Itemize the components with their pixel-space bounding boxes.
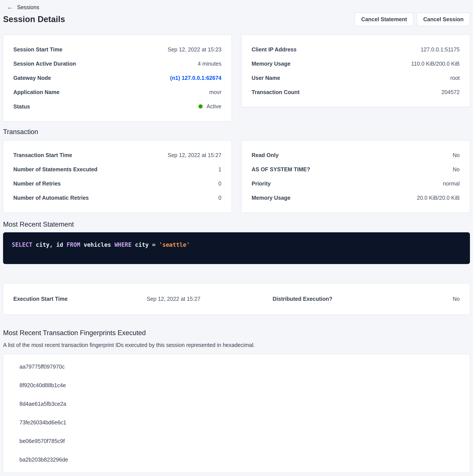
transaction-count-row: Transaction Count 204572 bbox=[252, 85, 460, 99]
back-to-sessions-link[interactable]: ← Sessions bbox=[3, 3, 470, 11]
row-value: Sep 12, 2022 at 15:23 bbox=[168, 46, 221, 53]
status-active-dot-icon bbox=[198, 104, 203, 108]
row-label: Priority bbox=[252, 180, 271, 187]
sql-token: vehicles bbox=[80, 241, 114, 248]
row-value: normal bbox=[443, 180, 460, 187]
transaction-start-time-row: Transaction Start Time Sep 12, 2022 at 1… bbox=[13, 148, 221, 162]
session-summary-card-left: Session Start Time Sep 12, 2022 at 15:23… bbox=[3, 35, 232, 121]
row-label: Client IP Address bbox=[252, 46, 297, 53]
transaction-card-right: Read Only No AS OF SYSTEM TIME? No Prior… bbox=[241, 140, 470, 213]
row-label: Memory Usage bbox=[252, 194, 291, 201]
txn-memory-usage-row: Memory Usage 20.0 KiB/20.0 KiB bbox=[252, 191, 460, 205]
status-row: Status Active bbox=[13, 99, 221, 114]
fingerprint-item: ba2b203b823296de bbox=[3, 450, 470, 469]
row-value: No bbox=[453, 166, 460, 173]
as-of-system-time-row: AS OF SYSTEM TIME? No bbox=[252, 162, 460, 177]
statements-executed-row: Number of Statements Executed 1 bbox=[13, 162, 221, 177]
fingerprint-item: aa79775ff097970c bbox=[3, 357, 470, 376]
row-value: 204572 bbox=[441, 89, 460, 96]
row-label: Session Start Time bbox=[13, 46, 63, 53]
row-value: Sep 12, 2022 at 15:27 bbox=[147, 296, 200, 302]
status-value: Active bbox=[207, 103, 221, 110]
row-label: Number of Statements Executed bbox=[13, 166, 98, 173]
application-name-row: Application Name movr bbox=[13, 85, 221, 99]
page-title: Session Details bbox=[3, 15, 65, 24]
sql-token: 'seattle' bbox=[159, 241, 190, 248]
row-value: No bbox=[453, 152, 460, 159]
transaction-section-title: Transaction bbox=[3, 128, 470, 136]
retries-row: Number of Retries 0 bbox=[13, 177, 221, 191]
distributed-execution-row: Distributed Execution? No bbox=[273, 296, 460, 302]
row-label: Gateway Node bbox=[13, 75, 51, 81]
fingerprint-item: 73fe26034bd6e6c1 bbox=[3, 413, 470, 432]
row-label: Session Active Duration bbox=[13, 60, 76, 67]
execution-card: Execution Start Time Sep 12, 2022 at 15:… bbox=[3, 283, 470, 315]
statement-section-title: Most Recent Statement bbox=[3, 221, 470, 228]
fingerprints-card: aa79775ff097970c 8f920c40d88b1c4e 8d4ae6… bbox=[3, 354, 470, 473]
fingerprint-item: 8d4ae61a5fb3ce2a bbox=[3, 395, 470, 413]
back-arrow-icon: ← bbox=[7, 4, 13, 10]
sql-token: city = bbox=[131, 241, 159, 248]
row-value: root bbox=[450, 75, 460, 81]
row-label: AS OF SYSTEM TIME? bbox=[252, 166, 310, 173]
row-value: movr bbox=[209, 89, 221, 96]
gateway-node-row: Gateway Node (n1) 127.0.0.1:62674 bbox=[13, 71, 221, 85]
sql-token: city, id bbox=[32, 241, 67, 248]
back-label: Sessions bbox=[17, 4, 39, 11]
row-label: Transaction Count bbox=[252, 89, 299, 96]
gateway-node-link[interactable]: (n1) 127.0.0.1:62674 bbox=[170, 75, 221, 81]
transaction-card-left: Transaction Start Time Sep 12, 2022 at 1… bbox=[3, 140, 232, 213]
automatic-retries-row: Number of Automatic Retries 0 bbox=[13, 191, 221, 205]
client-ip-row: Client IP Address 127.0.0.1:51175 bbox=[252, 42, 460, 57]
sql-token: WHERE bbox=[114, 241, 131, 248]
read-only-row: Read Only No bbox=[252, 148, 460, 162]
row-label: Distributed Execution? bbox=[273, 296, 332, 302]
row-label: Number of Retries bbox=[13, 180, 61, 187]
row-value: 0 bbox=[218, 180, 221, 187]
sql-statement: SELECT city, id FROM vehicles WHERE city… bbox=[12, 241, 461, 249]
row-label: Transaction Start Time bbox=[13, 152, 72, 159]
row-label: Status bbox=[13, 103, 30, 110]
session-active-duration-row: Session Active Duration 4 minutes bbox=[13, 57, 221, 71]
cancel-statement-button[interactable]: Cancel Statement bbox=[355, 13, 413, 26]
row-value: 4 minutes bbox=[198, 60, 221, 67]
cancel-session-button[interactable]: Cancel Session bbox=[417, 13, 470, 26]
user-name-row: User Name root bbox=[252, 71, 460, 85]
row-label: Application Name bbox=[13, 89, 59, 96]
row-value: 20.0 KiB/20.0 KiB bbox=[417, 194, 460, 201]
row-value: 110.0 KiB/200.0 KiB bbox=[411, 60, 460, 67]
row-label: User Name bbox=[252, 75, 280, 81]
row-value: 1 bbox=[218, 166, 221, 173]
row-value: No bbox=[453, 296, 460, 302]
priority-row: Priority normal bbox=[252, 177, 460, 191]
session-start-time-row: Session Start Time Sep 12, 2022 at 15:23 bbox=[13, 42, 221, 57]
row-value: 0 bbox=[218, 194, 221, 201]
page-header: Session Details Cancel Statement Cancel … bbox=[3, 13, 470, 26]
session-summary-card-right: Client IP Address 127.0.0.1:51175 Memory… bbox=[241, 35, 470, 107]
sql-token: FROM bbox=[66, 241, 80, 248]
row-label: Execution Start Time bbox=[13, 296, 67, 302]
transaction-summary-row: Transaction Start Time Sep 12, 2022 at 1… bbox=[3, 140, 470, 213]
execution-start-time-row: Execution Start Time Sep 12, 2022 at 15:… bbox=[13, 296, 200, 302]
fingerprint-item: be06e9570f785c9f bbox=[3, 432, 470, 450]
row-value: 127.0.0.1:51175 bbox=[421, 46, 460, 53]
fingerprints-section-title: Most Recent Transaction Fingerprints Exe… bbox=[3, 329, 470, 337]
session-summary-row: Session Start Time Sep 12, 2022 at 15:23… bbox=[3, 35, 470, 121]
row-label: Memory Usage bbox=[252, 60, 291, 67]
row-label: Read Only bbox=[252, 152, 279, 159]
row-value: Sep 12, 2022 at 15:27 bbox=[168, 152, 221, 159]
status-badge: Active bbox=[198, 103, 221, 110]
header-actions: Cancel Statement Cancel Session bbox=[355, 13, 470, 26]
fingerprint-item: 8f920c40d88b1c4e bbox=[3, 376, 470, 395]
fingerprints-description: A list of the most recent transaction fi… bbox=[3, 342, 470, 348]
row-label: Number of Automatic Retries bbox=[13, 194, 89, 201]
sql-token: SELECT bbox=[12, 241, 32, 248]
memory-usage-row: Memory Usage 110.0 KiB/200.0 KiB bbox=[252, 57, 460, 71]
sql-statement-box: SELECT city, id FROM vehicles WHERE city… bbox=[3, 232, 470, 264]
